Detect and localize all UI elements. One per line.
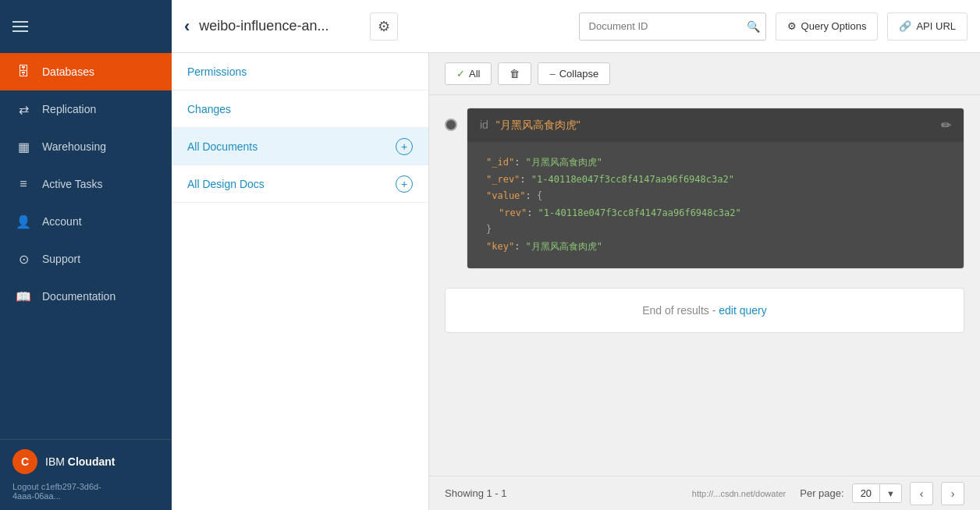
pagination-next-button[interactable]: › bbox=[941, 482, 964, 505]
json-line-rev: "_rev": "1-40118e047f3cc8f4147aa96f6948c… bbox=[486, 172, 945, 189]
results-toolbar: ✓ All 🗑 – Collapse bbox=[429, 53, 980, 95]
json-line-rev-inner: "rev": "1-40118e047f3cc8f4147aa96f6948c3… bbox=[486, 205, 945, 222]
subnav-item-all-design-docs[interactable]: All Design Docs + bbox=[172, 165, 428, 203]
results-area: id "月黑风高食肉虎" ✏ "_id": "月黑风高食肉虎" "_rev": … bbox=[429, 95, 980, 476]
active-tasks-icon: ≡ bbox=[12, 177, 34, 191]
url-text: http://...csdn.net/dowater bbox=[692, 489, 786, 498]
sidebar-item-databases[interactable]: 🗄 Databases bbox=[0, 53, 172, 90]
query-options-icon: ⚙ bbox=[787, 20, 797, 32]
sidebar: 🗄 Databases ⇄ Replication ▦ Warehousing … bbox=[0, 0, 172, 510]
subnav-item-changes[interactable]: Changes bbox=[172, 90, 428, 128]
document-edit-icon[interactable]: ✏ bbox=[941, 118, 951, 133]
end-of-results-text: End of results - bbox=[642, 304, 719, 317]
sidebar-item-account[interactable]: 👤 Account bbox=[0, 203, 172, 240]
document-id-display: id "月黑风高食肉虎" bbox=[480, 119, 933, 133]
api-url-label: API URL bbox=[916, 20, 956, 32]
permissions-label: Permissions bbox=[187, 66, 247, 78]
sidebar-item-label-account: Account bbox=[42, 215, 82, 228]
all-documents-label: All Documents bbox=[187, 140, 257, 153]
collapse-icon: – bbox=[549, 68, 555, 80]
databases-icon: 🗄 bbox=[12, 65, 34, 79]
search-icon[interactable]: 🔍 bbox=[747, 20, 760, 33]
api-url-button[interactable]: 🔗 API URL bbox=[887, 12, 968, 41]
brand-area: C IBM Cloudant bbox=[12, 449, 159, 474]
per-page-label: Per page: bbox=[800, 487, 843, 499]
sidebar-item-label-databases: Databases bbox=[42, 66, 94, 78]
document-id-input[interactable] bbox=[579, 12, 766, 41]
sidebar-footer: C IBM Cloudant Logout c1efb297-3d6d- 4aa… bbox=[0, 439, 172, 510]
main-area: ‹ weibo-influence-an... ⚙ 🔍 ⚙ Query Opti… bbox=[172, 0, 980, 510]
brand-icon: C bbox=[12, 449, 37, 474]
id-value: "月黑风高食肉虎" bbox=[496, 119, 581, 131]
bottom-bar: Showing 1 - 1 http://...csdn.net/dowater… bbox=[429, 476, 980, 510]
query-options-button[interactable]: ⚙ Query Options bbox=[776, 12, 879, 41]
per-page-select[interactable]: 20 ▼ bbox=[852, 483, 902, 503]
subnav-item-all-documents[interactable]: All Documents + bbox=[172, 128, 428, 165]
id-label: id bbox=[480, 119, 488, 131]
document-card-body: "_id": "月黑风高食肉虎" "_rev": "1-40118e047f3c… bbox=[467, 142, 964, 268]
account-icon: 👤 bbox=[12, 214, 34, 229]
all-button[interactable]: ✓ All bbox=[445, 62, 492, 85]
hamburger-menu-icon[interactable] bbox=[12, 21, 28, 32]
database-title: weibo-influence-an... bbox=[199, 18, 360, 34]
settings-button[interactable]: ⚙ bbox=[370, 12, 398, 41]
end-of-results: End of results - edit query bbox=[445, 288, 964, 333]
logout-label[interactable]: Logout c1efb297-3d6d- bbox=[12, 482, 159, 491]
documentation-icon: 📖 bbox=[12, 289, 34, 304]
document-id-wrapper: 🔍 bbox=[579, 12, 766, 41]
document-select-radio[interactable] bbox=[445, 119, 457, 131]
json-line-key: "key": "月黑风高食肉虎" bbox=[486, 239, 945, 256]
api-url-icon: 🔗 bbox=[899, 20, 911, 32]
subnav: Permissions Changes All Documents + All … bbox=[172, 53, 429, 510]
right-panel: ✓ All 🗑 – Collapse bbox=[429, 53, 980, 510]
edit-query-link[interactable]: edit query bbox=[719, 304, 766, 317]
collapse-button[interactable]: – Collapse bbox=[538, 62, 610, 85]
all-design-docs-add-button[interactable]: + bbox=[396, 175, 413, 193]
all-design-docs-label: All Design Docs bbox=[187, 178, 265, 190]
checkmark-icon: ✓ bbox=[456, 68, 465, 80]
delete-button[interactable]: 🗑 bbox=[498, 62, 531, 85]
sidebar-header bbox=[0, 0, 172, 53]
warehousing-icon: ▦ bbox=[12, 140, 34, 154]
sidebar-item-support[interactable]: ⊙ Support bbox=[0, 240, 172, 278]
changes-label: Changes bbox=[187, 103, 231, 115]
sidebar-item-documentation[interactable]: 📖 Documentation bbox=[0, 278, 172, 315]
content-area: Permissions Changes All Documents + All … bbox=[172, 53, 980, 510]
query-options-label: Query Options bbox=[801, 20, 867, 32]
per-page-dropdown-arrow[interactable]: ▼ bbox=[880, 486, 901, 501]
all-button-label: All bbox=[469, 68, 480, 80]
showing-text: Showing 1 - 1 bbox=[445, 487, 684, 499]
json-line-id: "_id": "月黑风高食肉虎" bbox=[486, 154, 945, 172]
sidebar-nav: 🗄 Databases ⇄ Replication ▦ Warehousing … bbox=[0, 53, 172, 439]
all-documents-add-button[interactable]: + bbox=[396, 138, 413, 155]
replication-icon: ⇄ bbox=[12, 102, 34, 117]
sidebar-item-label-active-tasks: Active Tasks bbox=[42, 178, 103, 190]
sidebar-item-label-support: Support bbox=[42, 253, 80, 265]
collapse-button-label: Collapse bbox=[559, 68, 599, 80]
topbar: ‹ weibo-influence-an... ⚙ 🔍 ⚙ Query Opti… bbox=[172, 0, 980, 53]
sidebar-item-label-warehousing: Warehousing bbox=[42, 140, 106, 153]
sidebar-item-label-replication: Replication bbox=[42, 103, 96, 115]
sidebar-item-replication[interactable]: ⇄ Replication bbox=[0, 90, 172, 128]
user-id-text: c1efb297-3d6d- bbox=[41, 482, 101, 491]
support-icon: ⊙ bbox=[12, 252, 34, 267]
per-page-value: 20 bbox=[853, 484, 880, 502]
document-card-header: id "月黑风高食肉虎" ✏ bbox=[467, 108, 964, 142]
sidebar-item-active-tasks[interactable]: ≡ Active Tasks bbox=[0, 165, 172, 203]
brand-label: IBM Cloudant bbox=[45, 455, 115, 468]
sidebar-item-label-documentation: Documentation bbox=[42, 290, 115, 303]
user-id-continuation: 4aaa-06aa... bbox=[12, 491, 159, 501]
sidebar-item-warehousing[interactable]: ▦ Warehousing bbox=[0, 128, 172, 165]
trash-icon: 🗑 bbox=[510, 68, 520, 80]
pagination-prev-button[interactable]: ‹ bbox=[910, 482, 933, 505]
json-line-value-close: } bbox=[486, 221, 945, 239]
subnav-item-permissions[interactable]: Permissions bbox=[172, 53, 428, 90]
json-line-value-open: "value": { bbox=[486, 188, 945, 205]
back-button[interactable]: ‹ bbox=[184, 18, 190, 35]
document-card: id "月黑风高食肉虎" ✏ "_id": "月黑风高食肉虎" "_rev": … bbox=[467, 108, 964, 269]
